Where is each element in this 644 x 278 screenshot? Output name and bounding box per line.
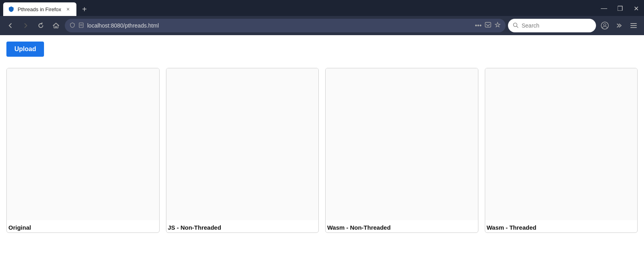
search-input[interactable] xyxy=(522,22,591,29)
menu-button[interactable] xyxy=(627,19,640,32)
cards-container: OriginalJS - Non-ThreadedWasm - Non-Thre… xyxy=(6,68,638,233)
minimize-button[interactable]: — xyxy=(599,4,609,13)
pocket-icon[interactable] xyxy=(485,22,491,30)
extensions-button[interactable] xyxy=(613,19,626,32)
more-options-button[interactable]: ••• xyxy=(475,22,482,29)
active-tab[interactable]: Pthreads in Firefox × xyxy=(3,2,76,16)
close-window-button[interactable]: ✕ xyxy=(631,4,641,13)
search-icon xyxy=(513,22,518,29)
card-label: Wasm - Non-Threaded xyxy=(326,220,478,232)
forward-button[interactable] xyxy=(19,19,32,32)
browser-chrome: Pthreads in Firefox × + — ❐ ✕ xyxy=(0,0,644,35)
image-card: Wasm - Non-Threaded xyxy=(325,68,478,233)
card-label: Wasm - Threaded xyxy=(485,220,638,232)
card-label: JS - Non-Threaded xyxy=(166,220,319,232)
home-button[interactable] xyxy=(50,19,62,32)
security-shield-icon xyxy=(70,22,75,29)
profile-button[interactable] xyxy=(598,19,611,32)
svg-rect-0 xyxy=(79,23,83,28)
nav-bar: localhost:8080/pthreads.html ••• xyxy=(0,16,644,35)
tab-close-button[interactable]: × xyxy=(64,6,72,13)
svg-point-7 xyxy=(604,24,606,26)
tab-bar: Pthreads in Firefox × + — ❐ ✕ xyxy=(0,0,644,16)
url-text: localhost:8080/pthreads.html xyxy=(87,22,472,29)
nav-right-icons xyxy=(598,19,640,32)
reload-button[interactable] xyxy=(34,19,47,32)
card-label: Original xyxy=(7,220,159,232)
card-canvas xyxy=(166,68,319,220)
upload-button[interactable]: Upload xyxy=(6,42,44,57)
svg-rect-3 xyxy=(485,22,491,27)
card-canvas xyxy=(7,68,159,220)
window-controls: — ❐ ✕ xyxy=(599,4,641,15)
page-content: Upload OriginalJS - Non-ThreadedWasm - N… xyxy=(0,35,644,259)
new-tab-button[interactable]: + xyxy=(79,4,90,15)
svg-line-5 xyxy=(517,26,518,28)
back-button[interactable] xyxy=(4,19,17,32)
address-bar-actions: ••• xyxy=(475,22,501,30)
tab-title: Pthreads in Firefox xyxy=(18,6,61,12)
search-bar[interactable] xyxy=(508,19,596,32)
image-card: Wasm - Threaded xyxy=(485,68,638,233)
address-bar[interactable]: localhost:8080/pthreads.html ••• xyxy=(65,19,506,32)
image-card: JS - Non-Threaded xyxy=(166,68,319,233)
card-canvas xyxy=(485,68,638,220)
card-canvas xyxy=(326,68,478,220)
restore-button[interactable]: ❐ xyxy=(615,4,625,13)
bookmark-star-icon[interactable] xyxy=(494,22,501,30)
tab-favicon xyxy=(8,6,14,12)
image-card: Original xyxy=(6,68,160,233)
page-icon xyxy=(78,22,84,29)
